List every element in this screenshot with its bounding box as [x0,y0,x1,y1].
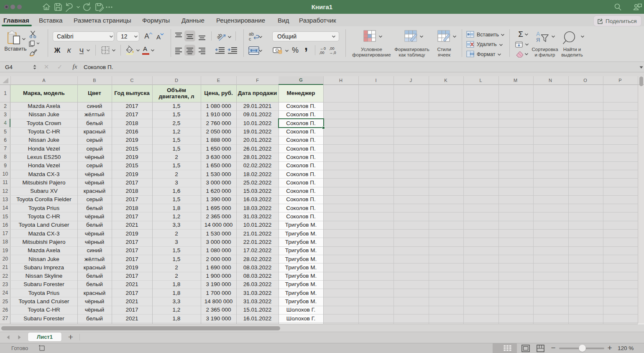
svg-text:Я: Я [536,37,540,43]
svg-text:→,0: →,0 [329,51,336,55]
svg-text:А: А [536,31,540,37]
svg-text:←0: ←0 [320,46,326,51]
svg-text:,00: ,00 [329,46,335,51]
svg-text:,00: ,00 [319,51,325,55]
svg-text:c: c [249,36,251,41]
svg-text:ab: ab [215,32,224,41]
svg-text:ab: ab [249,31,254,36]
